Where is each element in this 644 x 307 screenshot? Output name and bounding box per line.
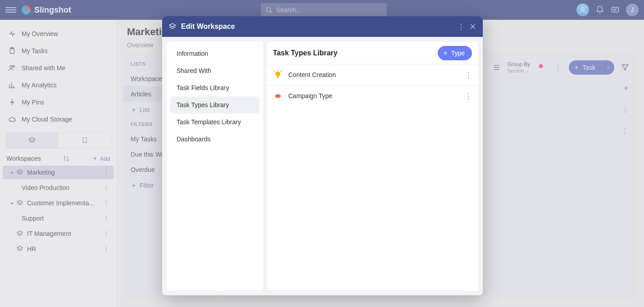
menu-toggle-button[interactable] [5,7,16,13]
sort-button[interactable] [63,155,70,162]
activity-icon [8,30,16,38]
filter-button[interactable] [619,61,631,74]
workspace-tabs [5,132,111,149]
type-content-creation[interactable]: Content Creation ⋮ [267,64,478,85]
group-by-selector[interactable]: Group By Section ⌄ [508,62,531,73]
type-menu-button[interactable]: ⋮ [465,71,472,79]
modal-more-button[interactable]: ⋮ [458,23,465,31]
stack-icon [16,199,23,207]
app-name: Slingshot [34,5,71,15]
stack-icon [16,230,23,237]
nav-my-pins[interactable]: My Pins [0,94,117,111]
clipboard-icon [8,47,16,55]
workspace-label: HR [27,245,103,253]
rocket-icon [537,63,545,72]
row-menu-button[interactable]: ⋮ [621,105,629,114]
stack-icon [168,23,177,31]
workspace-menu-button[interactable]: ⋮ [103,230,109,237]
rocket-button[interactable] [535,61,547,74]
workspace-menu-button[interactable]: ⋮ [103,169,109,176]
task-dropdown-button[interactable] [602,60,614,75]
add-task-button[interactable]: Task [569,60,614,75]
chat-icon[interactable] [611,5,620,14]
assistant-avatar-icon[interactable] [576,4,589,16]
workspace-video-production[interactable]: Video Production ⋮ [3,181,114,194]
add-list-label: List [140,106,150,113]
nav-shared-with-me[interactable]: Shared with Me [0,59,117,77]
type-name: Campaign Type [288,92,459,99]
plus-icon [92,155,98,162]
workspace-hr[interactable]: ▾ HR ⋮ [3,242,114,256]
modal-nav-task-fields[interactable]: Task Fields Library [170,79,259,96]
list-view-icon [493,63,501,72]
workspace-menu-button[interactable]: ⋮ [103,245,109,253]
modal-nav-information[interactable]: Information [170,45,259,62]
notification-bell-icon[interactable] [595,5,604,14]
svg-marker-21 [17,246,23,249]
svg-point-2 [581,7,585,10]
search-icon [265,6,272,14]
add-type-label: Type [451,50,465,57]
modal-main: Task Types Library Type Content Creation… [267,41,478,291]
workspace-menu-button[interactable]: ⋮ [103,215,109,222]
user-avatar[interactable]: J [626,4,639,16]
workspaces-tab[interactable] [6,133,59,148]
app-logo[interactable]: Slingshot [22,5,71,15]
nav-my-tasks[interactable]: My Tasks [0,42,117,59]
caret-down-icon: ▾ [11,170,16,175]
type-menu-button[interactable]: ⋮ [465,92,472,100]
pin-icon [8,98,16,106]
workspace-label: Support [22,215,103,222]
task-types-title: Task Types Library [273,49,337,57]
more-button[interactable]: ⋮ [552,61,564,74]
workspace-customer-impl[interactable]: ▾ Customer Implementa... ⋮ [3,196,114,210]
modal-close-button[interactable] [469,23,476,30]
svg-line-1 [270,11,272,13]
modal-nav-task-templates[interactable]: Task Templates Library [170,113,259,131]
modal-nav-task-types[interactable]: Task Types Library [170,96,259,113]
modal-main-header: Task Types Library Type [267,41,478,64]
group-by-label: Group By [508,62,531,68]
workspace-menu-button[interactable]: ⋮ [103,184,109,191]
bookmarks-tab[interactable] [59,133,111,148]
tab-overview[interactable]: Overview [127,41,153,49]
modal-header: Edit Workspace ⋮ [162,16,483,37]
workspace-label: Customer Implementa... [27,199,103,207]
workspace-support[interactable]: Support ⋮ [3,212,114,225]
edit-workspace-modal: Edit Workspace ⋮ Information Shared With… [162,16,483,295]
svg-marker-32 [622,65,628,70]
nav-my-cloud-storage[interactable]: My Cloud Storage [0,111,117,128]
svg-point-9 [13,65,15,67]
view-list-button[interactable] [490,61,503,74]
type-campaign-type[interactable]: Campaign Type ⋮ [267,85,478,106]
search-input[interactable] [276,6,382,14]
modal-nav-dashboards[interactable]: Dashboards [170,131,259,148]
nav-label: Shared with Me [22,64,65,72]
task-button-label: Task [582,64,595,71]
svg-point-38 [276,72,281,77]
users-icon [8,64,16,72]
workspace-menu-button[interactable]: ⋮ [103,199,109,207]
svg-line-41 [274,71,275,72]
modal-nav-shared-with[interactable]: Shared With [170,62,259,79]
workspaces-label: Workspaces [6,155,41,162]
workspace-it-management[interactable]: ▾ IT Management ⋮ [3,227,114,240]
nav-my-analytics[interactable]: My Analytics [0,77,117,94]
global-search[interactable] [261,3,387,17]
sidebar: My Overview My Tasks Shared with Me My A… [0,20,117,307]
top-icons: J [576,4,639,16]
add-type-button[interactable]: Type [438,46,472,60]
chart-icon [8,81,16,89]
chevron-down-icon [606,65,611,70]
stack-icon [16,245,23,253]
add-workspace-button[interactable]: Add [92,155,110,162]
nav-label: My Cloud Storage [22,116,72,123]
svg-marker-18 [17,170,23,173]
type-name: Content Creation [288,71,459,78]
add-item-button[interactable]: + [623,83,629,94]
nav-label: My Analytics [22,81,57,89]
workspace-marketing[interactable]: ▾ Marketing ⋮ [3,166,114,179]
filter-icon [621,63,629,72]
nav-my-overview[interactable]: My Overview [0,25,117,42]
row-menu-button[interactable]: ⋮ [621,127,629,135]
